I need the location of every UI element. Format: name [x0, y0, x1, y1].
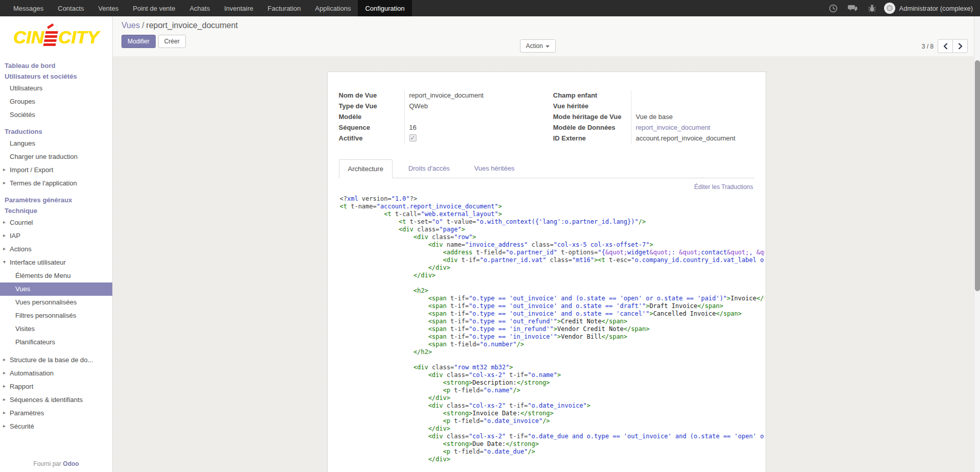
- sidebar-label: Paramètres généraux: [5, 196, 72, 204]
- field-group-left: Nom de Vuereport_invoice_documentType de…: [339, 90, 540, 144]
- field-row-mod-le-de-donn-es: Modèle de Donnéesreport_invoice_document: [553, 123, 754, 133]
- sidebar-label: Tableau de bord: [5, 62, 55, 69]
- sidebar-item-visites[interactable]: Visites: [0, 322, 112, 336]
- pager: 3 / 8: [922, 39, 968, 53]
- field-label: Type de Vue: [339, 101, 404, 111]
- sidebar-item-interface-utilisateur[interactable]: ▾Interface utilisateur: [0, 256, 112, 269]
- page-scrollbar-track[interactable]: [974, 16, 980, 472]
- field-value-mod-le-de-donn-es[interactable]: report_invoice_document: [631, 123, 754, 133]
- topbar-right: Administrator (complexe): [826, 0, 980, 16]
- create-button[interactable]: Créer: [158, 35, 186, 48]
- sidebar-item-langues[interactable]: Langues: [0, 137, 112, 150]
- sidebar-item-structure-de-la-base-de-do[interactable]: ▸Structure de la base de do...: [0, 353, 112, 367]
- user-menu[interactable]: Administrator (complexe): [884, 3, 973, 14]
- field-row-mode-h-ritage-de-vue: Mode héritage de VueVue de base: [553, 112, 754, 122]
- sidebar-item-utilisateurs-et-soci-t-s[interactable]: Utilisateurs et sociétés: [0, 71, 112, 82]
- sidebar-label: Structure de la base de do...: [10, 356, 93, 364]
- field-label: Champ enfant: [553, 90, 631, 101]
- edit-button[interactable]: Modifier: [121, 35, 156, 48]
- code-line: <t t-call="web.external_layout">: [340, 210, 765, 218]
- topbar-menu-configuration[interactable]: Configuration: [358, 0, 411, 16]
- expand-arrow-icon: ▸: [3, 232, 6, 239]
- active-checkbox[interactable]: ✓: [409, 134, 416, 141]
- sidebar-item-termes-de-l-application[interactable]: ▸Termes de l'application: [0, 177, 112, 190]
- sidebar-label: Groupes: [10, 98, 35, 105]
- activity-clock-icon[interactable]: [826, 0, 841, 16]
- topbar-menu-facturation[interactable]: Facturation: [260, 0, 308, 16]
- code-line: </div>: [340, 272, 765, 279]
- tab-architecture[interactable]: Architecture: [339, 159, 393, 178]
- sidebar-item-iap[interactable]: ▸IAP: [0, 229, 112, 243]
- sidebar-item-l-ments-de-menu[interactable]: Éléments de Menu: [0, 269, 112, 282]
- pager-previous-button[interactable]: [938, 39, 953, 53]
- sidebar-label: Séquences & identifiants: [10, 396, 83, 404]
- sidebar-item-charger-une-traduction[interactable]: Charger une traduction: [0, 150, 112, 163]
- action-dropdown-button[interactable]: Action: [520, 39, 555, 53]
- tab-droits-d-acc-s[interactable]: Droits d'accès: [400, 159, 458, 178]
- field-label: Séquence: [339, 123, 404, 133]
- logo-text-right: CITY: [58, 27, 99, 48]
- pager-next-button[interactable]: [952, 39, 968, 53]
- form-view-background: Nom de Vuereport_invoice_documentType de…: [113, 56, 980, 472]
- sidebar-item-s-quences-identifiants[interactable]: ▸Séquences & identifiants: [0, 393, 112, 407]
- code-line: [340, 279, 765, 287]
- code-line: <t t-set="o" t-value="o.with_context({'l…: [340, 218, 765, 226]
- code-line: <t t-name="account.report_invoice_docume…: [340, 203, 765, 210]
- page-scrollbar-thumb[interactable]: [975, 60, 980, 291]
- sidebar-item-groupes[interactable]: Groupes: [0, 95, 112, 108]
- topbar-menu-achats[interactable]: Achats: [182, 0, 217, 16]
- sidebar-item-soci-t-s[interactable]: Sociétés: [0, 108, 112, 122]
- expand-arrow-icon: ▸: [3, 409, 6, 416]
- messages-chat-icon[interactable]: [845, 0, 861, 16]
- edit-translations-link[interactable]: Éditer les Traductions: [694, 183, 753, 191]
- top-navbar: MessagesContactsVentesPoint de venteAcha…: [0, 0, 980, 16]
- sidebar-item-planificateurs[interactable]: Planificateurs: [0, 336, 112, 349]
- topbar-menu-contacts[interactable]: Contacts: [51, 0, 91, 16]
- expand-arrow-icon: ▸: [3, 422, 6, 430]
- code-line: <div name="invoice_address" class="col-x…: [340, 241, 765, 249]
- field-row-actif-ve: Actif/ve✓: [339, 133, 540, 144]
- topbar-menu-inventaire[interactable]: Inventaire: [217, 0, 260, 16]
- sidebar-label: Utilisateurs et sociétés: [5, 73, 77, 80]
- field-value-mod-le: [404, 112, 540, 122]
- company-logo[interactable]: CINCITY: [0, 16, 112, 58]
- field-value-id-externe: account.report_invoice_document: [631, 133, 754, 144]
- expand-arrow-icon: ▸: [3, 383, 6, 390]
- code-line: <span t-field="o.number"/>: [340, 341, 765, 348]
- sidebar-item-param-tres-g-n-raux[interactable]: Paramètres généraux: [0, 195, 112, 205]
- sidebar-item-tableau-de-bord[interactable]: Tableau de bord: [0, 60, 112, 71]
- sidebar-item-param-tres[interactable]: ▸Paramètres: [0, 407, 112, 420]
- code-line: <div class="page">: [340, 226, 765, 233]
- sidebar-item-s-curit[interactable]: ▸Sécurité: [0, 420, 112, 433]
- sidebar-item-actions[interactable]: ▸Actions: [0, 243, 112, 256]
- breadcrumb-parent-link[interactable]: Vues: [121, 21, 140, 30]
- sidebar-item-vues[interactable]: Vues: [0, 282, 112, 296]
- code-line: <span t-if="o.type == 'out_invoice' and …: [340, 302, 765, 310]
- sidebar-item-rapport[interactable]: ▸Rapport: [0, 380, 112, 393]
- sidebar-item-utilisateurs[interactable]: Utilisateurs: [0, 82, 112, 95]
- powered-by: Fourni par Odoo: [0, 455, 112, 472]
- topbar-menu-messages[interactable]: Messages: [6, 0, 51, 16]
- field-label: Vue héritée: [553, 101, 631, 111]
- debug-bug-icon[interactable]: [865, 0, 880, 16]
- sidebar-item-import-export[interactable]: ▸Import / Export: [0, 163, 112, 177]
- tab-vues-h-rit-es[interactable]: Vues héritées: [465, 159, 523, 178]
- code-line: <p t-field="o.date_due"/>: [340, 448, 765, 456]
- topbar-menu-point-de-vente[interactable]: Point de vente: [126, 0, 182, 16]
- sidebar-item-courriel[interactable]: ▸Courriel: [0, 216, 112, 229]
- field-row-s-quence: Séquence16: [339, 123, 540, 133]
- sidebar-item-automatisation[interactable]: ▸Automatisation: [0, 367, 112, 380]
- topbar-menu-ventes[interactable]: Ventes: [91, 0, 126, 16]
- sidebar-item-filtres-personnalis-s[interactable]: Filtres personnalisés: [0, 309, 112, 322]
- code-line: <strong>Description:</strong>: [340, 379, 765, 387]
- field-label: Actif/ve: [339, 133, 404, 144]
- sidebar-menu: Tableau de bordUtilisateurs et sociétésU…: [0, 58, 112, 433]
- expand-arrow-icon: ▸: [3, 245, 6, 252]
- sidebar-item-vues-personnalis-es[interactable]: Vues personnalisées: [0, 296, 112, 309]
- topbar-menu-applications[interactable]: Applications: [308, 0, 358, 16]
- sidebar-item-technique[interactable]: Technique: [0, 205, 112, 216]
- odoo-brand-link[interactable]: Odoo: [63, 460, 79, 467]
- sidebar-item-traductions[interactable]: Traductions: [0, 126, 112, 137]
- architecture-code-editor[interactable]: <?xml version="1.0"?><t t-name="account.…: [340, 195, 765, 463]
- code-line: </div>: [340, 456, 765, 463]
